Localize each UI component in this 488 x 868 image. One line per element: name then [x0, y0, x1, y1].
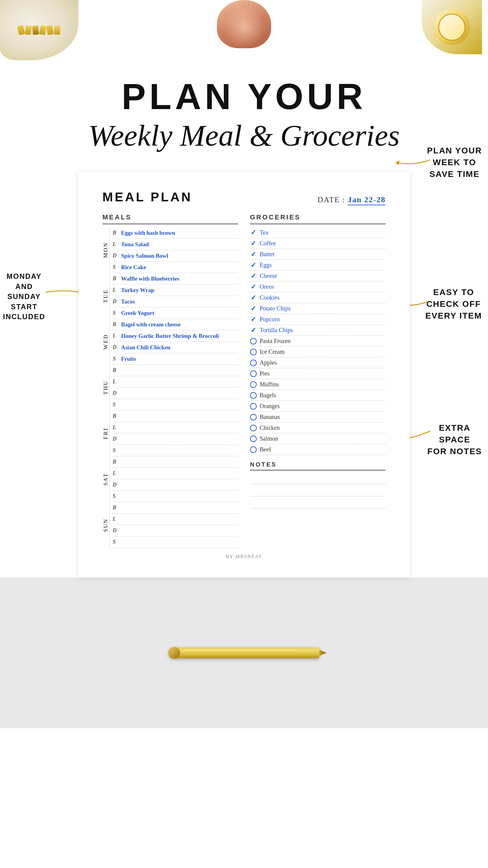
meal-name[interactable] — [121, 390, 238, 397]
meal-name[interactable] — [121, 527, 238, 534]
grocery-item[interactable]: Muffins — [250, 379, 386, 390]
meal-name[interactable]: Greek Yogurt — [121, 310, 238, 316]
check-mark-icon: ✓ — [251, 316, 256, 323]
meal-name[interactable] — [121, 539, 238, 546]
meal-name[interactable]: Honey Garlic Butter Shrimp & Broccoli — [121, 333, 238, 339]
meal-row: DAsian Chili Chicken — [113, 342, 238, 353]
meal-name[interactable] — [121, 413, 238, 420]
checked-checkbox[interactable]: ✓ — [250, 327, 257, 334]
meal-name[interactable]: Fruits — [121, 355, 238, 362]
meal-name[interactable] — [121, 447, 238, 454]
grocery-item[interactable]: Ice Cream — [250, 347, 386, 358]
grocery-item[interactable]: ✓Eggs — [250, 260, 386, 271]
meal-type: D — [113, 299, 119, 305]
unchecked-checkbox[interactable] — [250, 360, 257, 366]
grocery-item[interactable]: ✓Coffee — [250, 238, 386, 249]
meal-name[interactable] — [121, 424, 238, 431]
unchecked-checkbox[interactable] — [250, 435, 257, 442]
checked-checkbox[interactable]: ✓ — [250, 229, 257, 236]
grocery-name: Tortilla Chips — [260, 327, 293, 334]
meal-name[interactable] — [121, 436, 238, 442]
meal-name[interactable]: Waffle with Blueberries — [121, 276, 238, 282]
unchecked-checkbox[interactable] — [250, 381, 257, 388]
grocery-name: Bananas — [260, 413, 280, 421]
groceries-column: GROCERIES ✓Tea✓Coffee✓Butter✓Eggs✓Cheese… — [250, 213, 386, 548]
unchecked-checkbox[interactable] — [250, 446, 257, 453]
meal-name[interactable] — [121, 367, 238, 374]
grocery-item[interactable]: ✓Tortilla Chips — [250, 325, 386, 336]
days-container: MONBEggs with hash brownLTuna SaladDSpic… — [102, 227, 238, 548]
meal-name[interactable]: Tuna Salad — [121, 241, 238, 248]
checked-checkbox[interactable]: ✓ — [250, 284, 257, 290]
groceries-column-header: GROCERIES — [250, 213, 386, 224]
unchecked-checkbox[interactable] — [250, 392, 257, 399]
grocery-name: Apples — [260, 359, 277, 366]
unchecked-checkbox[interactable] — [250, 338, 257, 344]
meal-type: D — [113, 482, 119, 488]
grocery-item[interactable]: Salmon — [250, 433, 386, 444]
meal-type: L — [113, 516, 119, 522]
grocery-item[interactable]: Beef — [250, 444, 386, 455]
meal-name[interactable]: Tacos — [121, 299, 238, 305]
meal-type: D — [113, 390, 119, 396]
annotation-save-time: PLAN YOUR WEEK TO SAVE TIME — [427, 145, 482, 180]
meal-name[interactable]: Eggs with hash brown — [121, 230, 238, 236]
checked-checkbox[interactable]: ✓ — [250, 240, 257, 247]
meal-type: S — [113, 493, 119, 499]
meal-name[interactable] — [121, 482, 238, 488]
unchecked-checkbox[interactable] — [250, 370, 257, 377]
meal-type: L — [113, 241, 119, 247]
day-section-sun: SUNB L D S — [102, 502, 238, 548]
grocery-item[interactable]: Chicken — [250, 423, 386, 433]
grocery-item[interactable]: ✓Popcorn — [250, 314, 386, 325]
meal-name[interactable] — [121, 470, 238, 477]
grocery-item[interactable]: Pasta Frozen — [250, 336, 386, 347]
meal-name[interactable] — [121, 516, 238, 523]
meal-name[interactable] — [121, 504, 238, 511]
grocery-item[interactable]: ✓Oreos — [250, 281, 386, 292]
main-title-line1: PLAN YOUR — [0, 79, 488, 115]
unchecked-checkbox[interactable] — [250, 403, 257, 410]
checked-checkbox[interactable]: ✓ — [250, 273, 257, 279]
grocery-item[interactable]: ✓Tea — [250, 227, 386, 238]
grocery-item[interactable]: Apples — [250, 358, 386, 368]
grocery-item[interactable]: Bananas — [250, 412, 386, 423]
meal-name[interactable] — [121, 378, 238, 385]
grocery-item[interactable]: Pies — [250, 368, 386, 379]
day-meals-wed: BBagel with cream cheeseLHoney Garlic Bu… — [110, 319, 238, 365]
meal-name[interactable] — [121, 459, 238, 465]
meal-name[interactable]: Spicy Salmon Bowl — [121, 253, 238, 259]
meal-name[interactable] — [121, 493, 238, 500]
grocery-item[interactable]: Oranges — [250, 401, 386, 412]
grocery-item[interactable]: ✓Butter — [250, 249, 386, 260]
meal-row: BWaffle with Blueberries — [113, 273, 238, 284]
grocery-name: Beef — [260, 446, 271, 453]
grocery-item[interactable]: ✓Cheese — [250, 271, 386, 281]
annotation-extra-notes: EXTRA SPACE FOR NOTES — [427, 422, 482, 458]
meal-name[interactable]: Rice Cake — [121, 264, 238, 271]
meal-name[interactable] — [121, 401, 238, 408]
checked-checkbox[interactable]: ✓ — [250, 316, 257, 323]
grocery-name: Cookies — [260, 294, 280, 301]
check-mark-icon: ✓ — [251, 284, 256, 290]
checked-checkbox[interactable]: ✓ — [250, 294, 257, 301]
pen-cap — [168, 647, 180, 659]
unchecked-checkbox[interactable] — [250, 425, 257, 431]
meal-type: S — [113, 264, 119, 270]
grocery-item[interactable]: Bagels — [250, 390, 386, 401]
checked-checkbox[interactable]: ✓ — [250, 262, 257, 269]
checked-checkbox[interactable]: ✓ — [250, 305, 257, 312]
day-label-tue: TUE — [102, 273, 110, 319]
checked-checkbox[interactable]: ✓ — [250, 251, 257, 258]
unchecked-checkbox[interactable] — [250, 349, 257, 355]
unchecked-checkbox[interactable] — [250, 414, 257, 421]
grocery-name: Oranges — [260, 403, 280, 410]
meal-name[interactable]: Asian Chili Chicken — [121, 344, 238, 351]
meal-row: S — [113, 491, 238, 502]
meal-name[interactable]: Turkey Wrap — [121, 287, 238, 293]
grocery-item[interactable]: ✓Potato Chips — [250, 303, 386, 314]
grocery-name: Salmon — [260, 435, 278, 442]
meal-name[interactable]: Bagel with cream cheese — [121, 321, 238, 328]
meal-row: BBagel with cream cheese — [113, 319, 238, 330]
grocery-item[interactable]: ✓Cookies — [250, 292, 386, 303]
